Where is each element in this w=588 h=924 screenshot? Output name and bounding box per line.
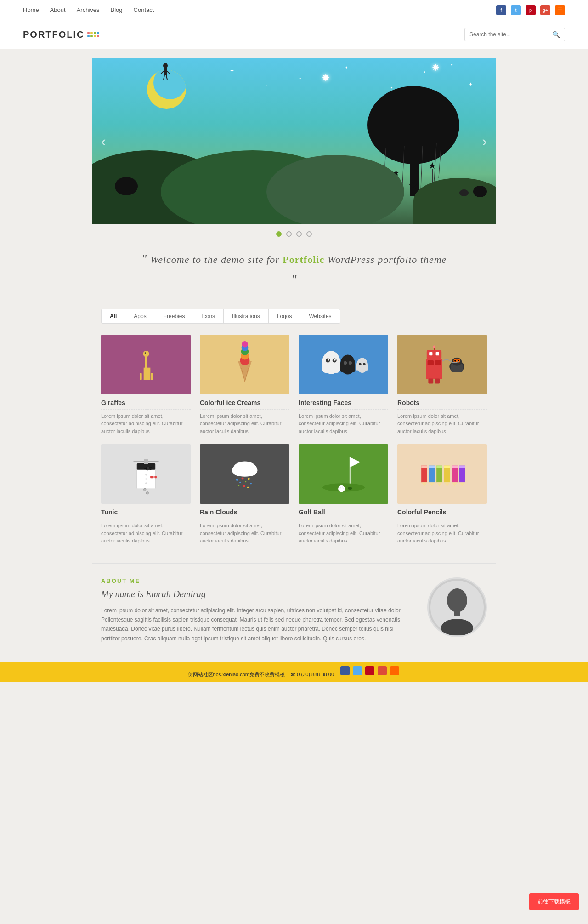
svg-rect-110 xyxy=(459,466,465,468)
portfolio-thumb-golf xyxy=(299,444,388,504)
svg-rect-115 xyxy=(454,611,460,616)
footer-watermark: 仿网站社区bbs.xieniao.com免费不收费模板 ☎ 0 (30) 888… xyxy=(0,662,588,682)
portfolio-item-icecreams[interactable]: Colorful ice Creams Lorem ipsum dolor si… xyxy=(200,335,289,435)
quote-open: " xyxy=(141,251,147,266)
slider-dot-1[interactable] xyxy=(276,231,282,237)
site-logo: PORTFOLIC xyxy=(23,29,99,40)
rock-3 xyxy=(459,189,469,196)
slider-prev-button[interactable]: ‹ xyxy=(96,128,111,154)
svg-point-76 xyxy=(232,468,257,477)
search-box[interactable]: 🔍 xyxy=(464,28,565,41)
svg-point-38 xyxy=(356,358,368,372)
svg-point-49 xyxy=(433,345,435,348)
portfolio-thumb-icecreams xyxy=(200,335,289,394)
item-desc-faces: Lorem ipsum dolor sit amet, consectetur … xyxy=(299,412,388,435)
svg-point-85 xyxy=(247,487,249,488)
svg-point-32 xyxy=(327,359,329,361)
googleplus-icon[interactable]: g+ xyxy=(540,5,550,15)
item-title-icecreams: Colorful ice Creams xyxy=(200,399,289,410)
svg-point-37 xyxy=(348,361,351,364)
sparkle-1: ✸ xyxy=(322,72,330,84)
svg-point-84 xyxy=(243,485,245,487)
portfolio-item-giraffes[interactable]: Giraffes Lorem ipsum dolor sit amet, con… xyxy=(101,335,191,435)
svg-point-82 xyxy=(250,483,251,484)
svg-point-71 xyxy=(143,488,146,491)
tunic-illustration xyxy=(121,449,171,499)
svg-point-33 xyxy=(334,359,336,361)
tab-websites[interactable]: Websites xyxy=(300,309,339,323)
nav-links: Home About Archives Blog Contact xyxy=(23,6,154,13)
rss-icon[interactable]: ☰ xyxy=(555,5,565,15)
tab-all[interactable]: All xyxy=(102,309,125,323)
portfolio-item-robots[interactable]: Robots Lorem ipsum dolor sit amet, conse… xyxy=(397,335,487,435)
slider-dots xyxy=(0,224,588,244)
hill-3 xyxy=(266,155,404,224)
quote-close: " xyxy=(291,272,297,286)
svg-line-4 xyxy=(164,75,164,80)
svg-point-80 xyxy=(245,481,246,482)
svg-point-64 xyxy=(145,474,147,476)
slider-next-button[interactable]: › xyxy=(477,128,492,154)
tab-apps[interactable]: Apps xyxy=(125,309,155,323)
item-title-faces: Interesting Faces xyxy=(299,399,388,410)
slider-dot-4[interactable] xyxy=(306,231,312,237)
tab-illustrations[interactable]: Illustrations xyxy=(224,309,269,323)
star-6: ✦ xyxy=(450,63,453,67)
logo-dots xyxy=(87,32,99,37)
svg-line-5 xyxy=(166,75,167,80)
search-input[interactable] xyxy=(465,29,548,40)
nav-contact[interactable]: Contact xyxy=(134,6,154,13)
portfolio-item-pencils[interactable]: Colorful Pencils Lorem ipsum dolor sit a… xyxy=(397,444,487,545)
brand-name: Portfolic xyxy=(283,254,324,265)
svg-rect-47 xyxy=(435,352,439,355)
slider-dot-3[interactable] xyxy=(296,231,302,237)
svg-rect-109 xyxy=(459,466,465,483)
hero-image: ✦ ✦ ✦ ✦ ✦ ✦ ✦ · · ✸ ✸ ★ ★ ★ ★ ★ xyxy=(92,58,496,224)
svg-rect-68 xyxy=(144,459,148,464)
svg-rect-1 xyxy=(164,68,167,75)
svg-rect-39 xyxy=(356,365,368,370)
portfolio-item-golf[interactable]: Golf Ball Lorem ipsum dolor sit amet, co… xyxy=(299,444,388,545)
search-button[interactable]: 🔍 xyxy=(548,28,565,41)
tab-logos[interactable]: Logos xyxy=(269,309,301,323)
item-desc-tunic: Lorem ipsum dolor sit amet, consectetur … xyxy=(101,522,191,545)
golf-illustration xyxy=(318,449,369,499)
svg-point-89 xyxy=(338,485,345,492)
about-content: ABOUT ME My name is Emrah Demirag Lorem … xyxy=(101,577,409,644)
twitter-icon[interactable]: t xyxy=(511,5,521,15)
logo-dot-2 xyxy=(90,32,93,34)
portfolio-item-tunic[interactable]: Tunic Lorem ipsum dolor sit amet, consec… xyxy=(101,444,191,545)
logo-dot-6 xyxy=(90,35,93,37)
facebook-icon[interactable]: f xyxy=(496,5,506,15)
star-3: ✦ xyxy=(345,65,348,70)
svg-rect-35 xyxy=(340,365,355,371)
hanging-star-1: ★ xyxy=(428,160,436,183)
svg-point-0 xyxy=(163,63,168,68)
logo-dot-4 xyxy=(97,32,99,34)
slider-dot-2[interactable] xyxy=(286,231,292,237)
svg-point-40 xyxy=(359,363,361,365)
tab-freebies[interactable]: Freebies xyxy=(155,309,194,323)
portfolio-item-rain[interactable]: Rain Clouds Lorem ipsum dolor sit amet, … xyxy=(200,444,289,545)
nav-home[interactable]: Home xyxy=(23,6,39,13)
item-title-pencils: Colorful Pencils xyxy=(397,508,487,519)
svg-rect-94 xyxy=(421,466,427,483)
about-avatar xyxy=(427,577,487,637)
pinterest-icon[interactable]: p xyxy=(526,5,536,15)
svg-rect-12 xyxy=(147,367,150,380)
svg-point-36 xyxy=(344,361,347,364)
nav-blog[interactable]: Blog xyxy=(111,6,123,13)
star-5: ✦ xyxy=(423,70,426,74)
nav-archives[interactable]: Archives xyxy=(77,6,100,13)
nav-about[interactable]: About xyxy=(50,6,66,13)
svg-rect-104 xyxy=(444,466,450,468)
tab-icons[interactable]: Icons xyxy=(193,309,224,323)
portfolio-thumb-faces xyxy=(299,335,388,394)
svg-rect-29 xyxy=(322,362,340,371)
svg-rect-46 xyxy=(429,352,432,355)
portfolio-thumb-tunic xyxy=(101,444,191,504)
svg-line-2 xyxy=(161,71,164,74)
rock-1 xyxy=(115,177,138,195)
svg-rect-16 xyxy=(147,351,148,354)
portfolio-item-faces[interactable]: Interesting Faces Lorem ipsum dolor sit … xyxy=(299,335,388,435)
